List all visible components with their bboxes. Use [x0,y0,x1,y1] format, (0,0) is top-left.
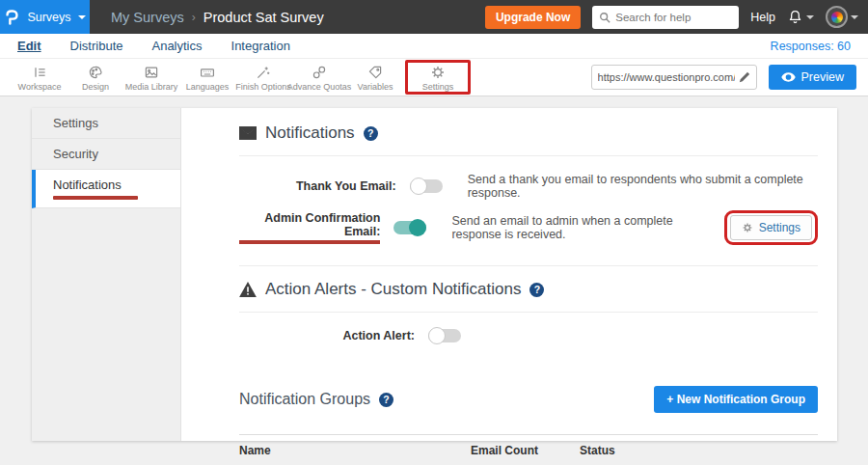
magic-wand-icon [256,65,271,80]
settings-button-annotation-box: Settings [724,210,818,245]
notification-groups-title: Notification Groups [239,391,370,408]
notifications-content: Notifications ? Thank You Email: Send a … [181,108,837,441]
settings-sidebar: Settings Security Notifications [32,108,181,441]
toolbar-item-workspace[interactable]: Workspace [12,63,68,92]
chevron-down-icon [78,15,86,19]
avatar [826,6,848,28]
eye-icon [781,72,796,82]
admin-confirmation-email-description: Send an email to admin when a complete r… [451,214,723,241]
workspace-icon [32,65,47,80]
questionpro-logo-icon [4,8,20,26]
help-search-box[interactable] [592,6,739,29]
keyboard-icon [200,65,215,80]
help-icon[interactable]: ? [529,283,544,297]
survey-url-input[interactable] [598,71,735,83]
pencil-edit-icon[interactable] [739,71,750,83]
new-notification-group-button[interactable]: + New Notification Group [654,386,818,413]
chevron-down-icon [851,15,858,19]
survey-url-field[interactable] [591,65,757,90]
admin-email-settings-button[interactable]: Settings [730,215,812,240]
toolbar-item-variables[interactable]: Variables [347,63,403,92]
toolbar-item-design[interactable]: Design [68,63,123,92]
edit-toolbar: Workspace Design Media Library [0,58,868,96]
help-link[interactable]: Help [750,11,775,24]
preview-button[interactable]: Preview [769,65,856,90]
red-underline-annotation [53,196,138,200]
tab-edit[interactable]: Edit [17,39,41,53]
thank-you-email-toggle[interactable] [410,179,443,193]
surveys-menu[interactable]: Surveys [0,0,90,34]
notification-groups-header: Notification Groups ? + New Notification… [239,386,818,413]
warning-triangle-icon [239,282,257,297]
sidebar-item-notifications[interactable]: Notifications [32,170,180,208]
sidebar-item-settings[interactable]: Settings [32,108,180,139]
page-body: Settings Security Notifications Notifica… [0,96,868,441]
notifications-title: Notifications [265,123,355,143]
column-header-email-count: Email Count [471,444,553,457]
toolbar-item-languages[interactable]: Languages [179,63,235,92]
admin-confirmation-email-row: Admin Confirmation Email: Send an email … [239,210,818,245]
envelope-icon [239,126,257,140]
breadcrumb-current: Product Sat Survey [203,10,324,25]
column-header-status: Status [553,444,659,457]
notification-groups-table: Name Email Count Status SankTest (Sanket… [239,434,818,465]
toolbar-item-media-library[interactable]: Media Library [123,63,179,92]
gear-icon [742,222,753,233]
breadcrumb-parent[interactable]: My Surveys [111,10,184,25]
tab-analytics[interactable]: Analytics [151,39,202,53]
admin-confirmation-email-label: Admin Confirmation Email: [239,211,380,244]
notifications-rows: Thank You Email: Send a thank you email … [239,156,818,266]
help-search-input[interactable] [615,12,721,23]
account-menu-button[interactable] [826,6,858,28]
surveys-menu-label: Surveys [27,11,70,24]
chevron-down-icon [806,15,814,19]
column-header-name: Name [239,444,471,457]
bell-icon [787,9,803,25]
action-alerts-rows: Action Alert: [239,313,818,363]
action-alert-toggle[interactable] [428,329,461,342]
image-icon [144,65,159,80]
toolbar-item-settings[interactable]: Settings [410,63,466,92]
table-header-row: Name Email Count Status [239,434,818,465]
toolbar-item-advance-quotas[interactable]: Advance Quotas [291,63,347,92]
help-icon[interactable]: ? [379,393,393,407]
sidebar-item-security[interactable]: Security [32,139,180,170]
palette-icon [88,65,103,80]
breadcrumb: My Surveys › Product Sat Survey [111,10,324,25]
tag-icon [367,65,383,80]
action-alert-row: Action Alert: [239,329,818,342]
help-icon[interactable]: ? [364,126,378,141]
toolbar-item-finish-options[interactable]: Finish Options [235,63,291,92]
top-bar: Surveys My Surveys › Product Sat Survey … [0,0,868,34]
settings-annotation-box: Settings [405,60,471,95]
survey-nav: Edit Distribute Analytics Integration Re… [0,34,868,58]
thank-you-email-description: Send a thank you email to respondents wh… [468,173,818,200]
breadcrumb-separator-icon: › [192,11,196,24]
action-alerts-title: Action Alerts - Custom Notifications [265,280,521,299]
thank-you-email-label: Thank You Email: [296,179,396,193]
action-alert-label: Action Alert: [342,329,415,342]
settings-panel: Settings Security Notifications Notifica… [32,108,837,441]
thank-you-email-row: Thank You Email: Send a thank you email … [239,173,818,200]
notifications-bell-button[interactable] [787,9,814,25]
action-alerts-section-title: Action Alerts - Custom Notifications ? [239,280,818,313]
responses-count[interactable]: Responses: 60 [771,40,851,53]
chain-links-icon [312,65,327,80]
gear-icon [430,65,446,80]
admin-confirmation-email-toggle[interactable] [393,221,426,234]
tab-distribute[interactable]: Distribute [70,39,123,53]
upgrade-now-button[interactable]: Upgrade Now [485,6,581,29]
notifications-section-title: Notifications ? [239,123,818,156]
search-icon [599,12,610,23]
tab-integration[interactable]: Integration [231,39,290,53]
